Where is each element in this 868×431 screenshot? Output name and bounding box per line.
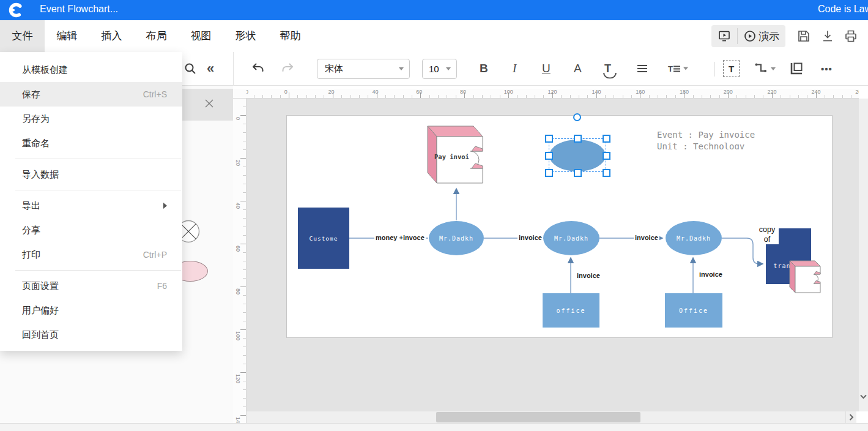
text-align-dropdown[interactable]: T bbox=[668, 64, 688, 73]
file-menu-item-page-setup[interactable]: 页面设置 F6 bbox=[0, 274, 182, 298]
note-line-2: Unit : Technology bbox=[657, 141, 779, 149]
save-icon[interactable] bbox=[796, 29, 811, 43]
resize-handle-ne[interactable] bbox=[603, 135, 610, 143]
scroll-down-icon[interactable] bbox=[859, 394, 867, 399]
canvas[interactable]: Pay invoi Event : Pay invoice Unit : Tec… bbox=[247, 99, 859, 411]
h-ruler-label: 260 bbox=[855, 89, 859, 95]
file-menu-item-save-as[interactable]: 另存为 bbox=[0, 107, 182, 131]
underline-button[interactable]: U bbox=[542, 62, 551, 75]
document-title[interactable]: Event Flowchart... bbox=[40, 4, 118, 15]
resize-handle-nw[interactable] bbox=[545, 135, 553, 143]
resize-handle-se[interactable] bbox=[603, 169, 610, 177]
actor2-label: Mr.Dadkh bbox=[554, 235, 588, 242]
menu-shapes[interactable]: 形状 bbox=[223, 20, 268, 52]
top-bar: Event Flowchart... Code is Law bbox=[0, 0, 868, 20]
topbar-right-text: Code is Law bbox=[818, 4, 868, 15]
file-menu-item-export[interactable]: 导出 bbox=[0, 193, 182, 218]
file-menu-item-new-from-template[interactable]: 从模板创建 bbox=[0, 58, 182, 82]
shortcut-label: Ctrl+S bbox=[143, 89, 167, 99]
resize-handle-s[interactable] bbox=[574, 169, 582, 177]
actor3-label: Mr.Dadkh bbox=[677, 235, 711, 242]
office-upper-label: Office bbox=[679, 307, 708, 314]
align-shapes-icon[interactable] bbox=[789, 61, 804, 76]
h-ruler-label: 240 bbox=[811, 89, 820, 95]
office-upper-shape[interactable]: Office bbox=[665, 293, 722, 328]
invoice-3d-shape-small[interactable] bbox=[789, 260, 822, 295]
edge-label-invoice-4[interactable]: invoice bbox=[698, 271, 724, 278]
status-bar bbox=[0, 423, 868, 431]
v-ruler-label: 60 bbox=[235, 245, 241, 252]
resize-handle-w[interactable] bbox=[545, 152, 553, 160]
h-ruler-label: 20 bbox=[328, 89, 335, 95]
resize-handle-sw[interactable] bbox=[545, 169, 553, 177]
more-options-button[interactable]: ••• bbox=[821, 64, 833, 74]
v-ruler-label: 80 bbox=[235, 288, 241, 294]
resize-handle-e[interactable] bbox=[603, 152, 610, 160]
page[interactable]: Pay invoi Event : Pay invoice Unit : Tec… bbox=[286, 115, 833, 338]
office-lower-shape[interactable]: office bbox=[543, 293, 599, 328]
app-logo-icon[interactable] bbox=[8, 2, 24, 18]
v-ruler-label: 120 bbox=[235, 374, 241, 383]
file-menu-item-print[interactable]: 打印 Ctrl+P bbox=[0, 242, 182, 267]
vertical-ruler: 020406080100120140 bbox=[233, 99, 247, 423]
edge-label-invoice-1[interactable]: invoice bbox=[517, 234, 543, 241]
undo-icon[interactable] bbox=[251, 61, 265, 76]
actor2-ellipse[interactable]: Mr.Dadkh bbox=[543, 221, 599, 255]
file-menu-item-save[interactable]: 保存 Ctrl+S bbox=[0, 82, 182, 107]
rotate-handle[interactable] bbox=[573, 113, 581, 121]
present-button-group: 演示 bbox=[711, 25, 785, 47]
presentation-screen-icon bbox=[718, 29, 731, 43]
close-panel-icon[interactable] bbox=[204, 99, 214, 108]
italic-button[interactable]: I bbox=[513, 62, 516, 75]
actor1-ellipse[interactable]: Mr.Dadkh bbox=[429, 221, 484, 255]
divider bbox=[15, 190, 181, 190]
present-current-page-button[interactable] bbox=[711, 25, 737, 47]
submenu-arrow-icon bbox=[163, 203, 167, 209]
edge-label-money[interactable]: money +invoce bbox=[374, 234, 426, 241]
file-menu-item-share[interactable]: 分享 bbox=[0, 218, 182, 242]
edge-label-invoice-2[interactable]: invoice bbox=[634, 234, 659, 241]
search-icon[interactable] bbox=[184, 62, 197, 75]
text-tool-button[interactable]: T bbox=[723, 61, 740, 77]
customer-shape[interactable]: Custome bbox=[298, 208, 349, 269]
file-menu-dropdown: 从模板创建 保存 Ctrl+S 另存为 重命名 导入数据 导出 分享 打印 Ct… bbox=[0, 52, 182, 351]
font-family-select[interactable]: 宋体 bbox=[317, 59, 410, 79]
edge-label-invoice-3[interactable]: invoice bbox=[576, 272, 601, 279]
download-icon[interactable] bbox=[820, 29, 835, 43]
bold-button[interactable]: B bbox=[480, 62, 488, 75]
print-icon[interactable] bbox=[844, 29, 858, 43]
menu-edit[interactable]: 编辑 bbox=[45, 20, 89, 52]
h-ruler-label: 200 bbox=[724, 89, 733, 95]
file-menu-item-rename[interactable]: 重命名 bbox=[0, 131, 182, 156]
scroll-right-button[interactable] bbox=[845, 411, 856, 423]
h-ruler-label: 80 bbox=[460, 89, 466, 95]
menu-insert[interactable]: 插入 bbox=[89, 20, 134, 52]
resize-handle-n[interactable] bbox=[574, 135, 582, 143]
menu-file[interactable]: 文件 bbox=[0, 20, 45, 52]
copy-of-label[interactable]: copy of bbox=[755, 225, 779, 244]
actor3-ellipse[interactable]: Mr.Dadkh bbox=[666, 221, 722, 255]
divider bbox=[233, 52, 234, 86]
file-menu-item-user-preferences[interactable]: 用户偏好 bbox=[0, 298, 182, 323]
shortcut-label: F6 bbox=[157, 281, 167, 291]
line-spacing-icon[interactable] bbox=[637, 63, 647, 74]
file-menu-item-back-home[interactable]: 回到首页 bbox=[0, 323, 182, 347]
redo-icon[interactable] bbox=[280, 61, 295, 76]
menu-layout[interactable]: 布局 bbox=[134, 20, 179, 52]
vertical-scrollbar[interactable] bbox=[859, 99, 868, 411]
menu-help[interactable]: 帮助 bbox=[268, 20, 313, 52]
connector-style-dropdown[interactable] bbox=[754, 61, 776, 76]
horizontal-scrollbar[interactable] bbox=[247, 411, 856, 423]
pay-invoice-3d-shape[interactable]: Pay invoi bbox=[426, 124, 485, 186]
menu-view[interactable]: 视图 bbox=[179, 20, 223, 52]
font-size-select[interactable]: 10 bbox=[422, 59, 457, 79]
horizontal-scrollbar-thumb[interactable] bbox=[436, 412, 640, 422]
chevron-down-icon bbox=[446, 67, 451, 70]
font-color-button[interactable]: A bbox=[574, 62, 582, 75]
divider bbox=[15, 270, 181, 271]
collapse-panel-icon[interactable]: « bbox=[207, 61, 214, 77]
chevron-down-icon bbox=[771, 67, 776, 70]
file-menu-item-import-data[interactable]: 导入数据 bbox=[0, 162, 182, 187]
note-text[interactable]: Event : Pay invoice Unit : Technology bbox=[657, 129, 779, 149]
present-button[interactable]: 演示 bbox=[738, 25, 785, 47]
